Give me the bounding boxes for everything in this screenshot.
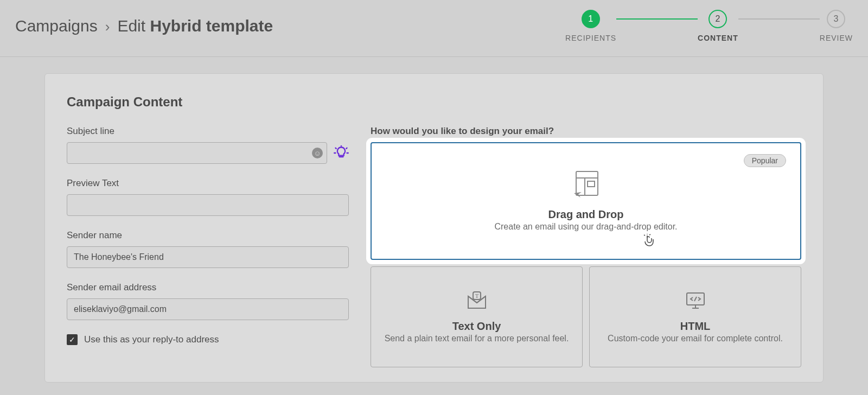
breadcrumb-edit-prefix: Edit: [117, 17, 145, 35]
step-label-3: REVIEW: [820, 34, 853, 42]
step-label-1: RECIPIENTS: [565, 34, 616, 42]
svg-text:T: T: [475, 292, 478, 299]
step-content[interactable]: 2 CONTENT: [698, 10, 738, 42]
step-connector-1: [616, 18, 698, 20]
html-desc: Custom-code your email for complete cont…: [608, 334, 783, 343]
emoji-icon[interactable]: ☺: [312, 148, 323, 158]
step-circle-1: 1: [582, 10, 600, 28]
svg-rect-8: [588, 181, 595, 187]
breadcrumb-root[interactable]: Campaigns: [15, 17, 98, 35]
breadcrumb-separator: ›: [105, 18, 110, 35]
step-review[interactable]: 3 REVIEW: [820, 10, 853, 42]
option-text-only[interactable]: T Text Only Send a plain text email for …: [371, 266, 583, 367]
preview-label: Preview Text: [67, 178, 349, 189]
step-circle-3: 3: [827, 10, 845, 28]
option-drag-and-drop[interactable]: Popular Drag and Drop Create an email us…: [371, 142, 801, 260]
design-column: How would you like to design your email?…: [371, 126, 801, 367]
page-header: Campaigns › Edit Hybrid template 1 RECIP…: [0, 0, 868, 57]
popular-badge: Popular: [744, 154, 786, 167]
step-label-2: CONTENT: [698, 34, 738, 42]
preview-input[interactable]: [67, 194, 349, 216]
dragdrop-desc: Create an email using our drag-and-drop …: [494, 222, 677, 232]
svg-line-11: [649, 234, 650, 235]
step-recipients[interactable]: 1 RECIPIENTS: [565, 10, 616, 42]
content-card: Campaign Content Subject line ☺: [44, 73, 824, 383]
design-question: How would you like to design your email?: [371, 126, 801, 137]
breadcrumb: Campaigns › Edit Hybrid template: [15, 17, 273, 35]
dragdrop-title: Drag and Drop: [548, 208, 624, 221]
svg-line-2: [346, 148, 347, 149]
card-title: Campaign Content: [67, 94, 801, 110]
reply-to-label: Use this as your reply-to address: [84, 334, 219, 345]
html-icon: [685, 291, 706, 313]
sender-email-label: Sender email address: [67, 282, 349, 293]
sender-name-input[interactable]: [67, 246, 349, 268]
reply-to-checkbox[interactable]: ✓: [67, 334, 78, 345]
text-only-icon: T: [466, 291, 488, 313]
step-circle-2: 2: [709, 10, 727, 28]
sender-email-input[interactable]: [67, 298, 349, 320]
step-connector-2: [738, 18, 820, 20]
drag-drop-icon: [573, 170, 599, 201]
textonly-title: Text Only: [452, 320, 501, 333]
svg-line-10: [644, 235, 645, 235]
svg-line-17: [694, 297, 697, 301]
form-column: Subject line ☺: [67, 126, 349, 367]
subject-input[interactable]: [67, 142, 327, 164]
html-title: HTML: [680, 320, 711, 333]
textonly-desc: Send a plain text email for a more perso…: [385, 334, 569, 343]
subject-label: Subject line: [67, 126, 349, 137]
option-html[interactable]: HTML Custom-code your email for complete…: [589, 266, 801, 367]
reply-to-row[interactable]: ✓ Use this as your reply-to address: [67, 334, 349, 345]
lightbulb-icon[interactable]: [334, 145, 349, 161]
sender-name-label: Sender name: [67, 230, 349, 241]
cursor-icon: [643, 234, 655, 249]
stepper: 1 RECIPIENTS 2 CONTENT 3 REVIEW: [565, 10, 853, 42]
svg-line-1: [336, 148, 336, 149]
breadcrumb-title: Hybrid template: [150, 17, 273, 35]
